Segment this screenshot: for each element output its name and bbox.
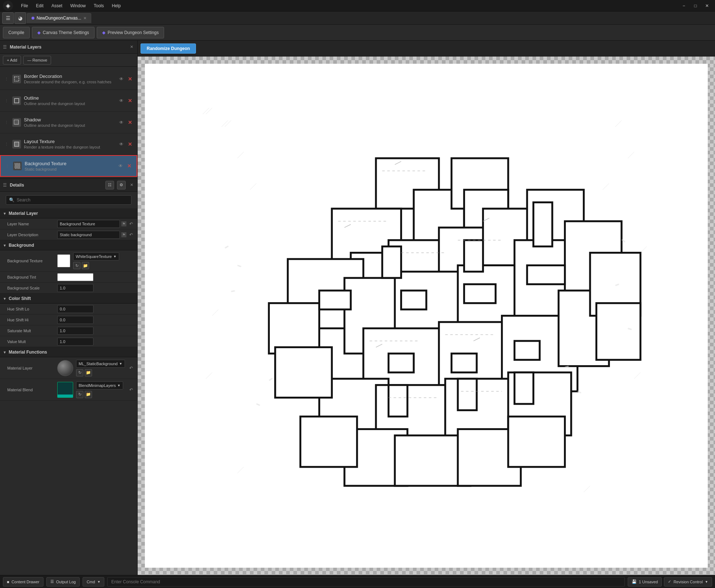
visibility-icon[interactable]: 👁 xyxy=(118,97,125,104)
texture-preview[interactable] xyxy=(57,254,70,267)
hue-shift-hi-input[interactable] xyxy=(57,316,93,324)
menu-file[interactable]: File xyxy=(17,2,32,10)
editor-tab[interactable]: NewDungeonCanvas... ✕ xyxy=(27,13,91,23)
delete-layer-icon[interactable]: ✕ xyxy=(126,141,134,148)
mat-blend-browse-btn[interactable]: 📁 xyxy=(85,391,92,398)
remove-layer-button[interactable]: — Remove xyxy=(23,56,51,64)
layer-desc: Outline around the dungeon layout xyxy=(24,101,115,106)
reset-icon[interactable]: ↶ xyxy=(128,221,134,227)
canvas-theme-button[interactable]: ◆ Canvas Theme Settings xyxy=(32,27,95,38)
collapse-icon: ▼ xyxy=(3,297,7,300)
svg-rect-66 xyxy=(464,240,483,272)
visibility-icon[interactable]: 👁 xyxy=(118,141,125,148)
toolbar-icon-2[interactable]: ◕ xyxy=(14,12,26,24)
section-material-functions[interactable]: ▼ Material Functions xyxy=(0,347,137,357)
menu-tools[interactable]: Tools xyxy=(90,2,108,10)
console-input[interactable] xyxy=(107,577,624,587)
main-layout: ☰ Material Layers ✕ + Add — Remove ⋮ xyxy=(0,41,715,575)
mat-blend-reset-icon[interactable]: ↶ xyxy=(128,387,134,393)
layer-desc-input[interactable] xyxy=(57,231,120,239)
layer-item-shadow[interactable]: ⋮ Shadow Outline around the dungeon layo… xyxy=(0,112,137,133)
prop-material-layer: Material Layer ML_StaticBackground ▼ ↻ 📁… xyxy=(0,357,137,379)
menu-window[interactable]: Window xyxy=(67,2,89,10)
layer-item-outline[interactable]: ⋮ Outline Outline around the dungeon lay… xyxy=(0,90,137,112)
layer-name-input[interactable] xyxy=(57,220,120,228)
section-background[interactable]: ▼ Background xyxy=(0,240,137,250)
layer-item-border-decoration[interactable]: ⋮ Border Decoration Decorate around the … xyxy=(0,68,137,90)
teal-bar xyxy=(58,395,73,397)
material-layers-close[interactable]: ✕ xyxy=(129,44,134,50)
output-log-icon: ☰ xyxy=(50,579,54,584)
visibility-icon[interactable]: 👁 xyxy=(117,162,124,170)
texture-reset-btn[interactable]: ↻ xyxy=(73,262,80,269)
color-swatch[interactable] xyxy=(57,273,93,281)
revision-control-button[interactable]: ✓ Revision Control ▼ xyxy=(664,577,712,587)
search-input[interactable] xyxy=(17,197,128,203)
output-log-label: Output Log xyxy=(56,580,76,584)
texture-browse-btn[interactable]: 📁 xyxy=(82,262,89,269)
bg-scale-input[interactable] xyxy=(57,284,93,292)
toolbar-icon-1[interactable]: ☰ xyxy=(2,12,14,24)
material-layer-preview[interactable] xyxy=(57,360,73,376)
maximize-button[interactable]: □ xyxy=(690,2,701,10)
details-settings-icon[interactable]: ⚙ xyxy=(117,181,126,189)
unsaved-badge[interactable]: 💾 1 Unsaved xyxy=(628,577,662,587)
selection-arrow-icon: ↓ xyxy=(137,137,137,151)
canvas-viewport[interactable] xyxy=(138,57,715,575)
delete-layer-icon[interactable]: ✕ xyxy=(126,75,134,83)
mat-blend-reset-btn[interactable]: ↻ xyxy=(76,391,83,398)
randomize-dungeon-button[interactable]: Randomize Dungeon xyxy=(141,43,196,54)
menu-help[interactable]: Help xyxy=(108,2,125,10)
visibility-icon[interactable]: 👁 xyxy=(118,119,125,126)
layer-actions: 👁 ✕ xyxy=(117,162,133,170)
reset-icon[interactable]: ↶ xyxy=(128,232,134,238)
svg-rect-53 xyxy=(269,303,319,354)
add-layer-button[interactable]: + Add xyxy=(3,56,21,64)
tab-close-icon[interactable]: ✕ xyxy=(83,16,87,21)
remove-label: — Remove xyxy=(27,58,47,62)
menu-edit[interactable]: Edit xyxy=(32,2,47,10)
layer-info: Layout Texture Render a texture inside t… xyxy=(24,139,115,149)
section-material-layer[interactable]: ▼ Material Layer xyxy=(0,208,137,218)
visibility-icon[interactable]: 👁 xyxy=(118,75,125,83)
layer-desc: Render a texture inside the dungeon layo… xyxy=(24,145,115,149)
layer-desc: Decorate around the dungoen, e.g. cross … xyxy=(24,80,115,84)
canvas-toolbar: Randomize Dungeon xyxy=(138,41,715,57)
prop-saturate-mult: Saturate Mult xyxy=(0,325,137,336)
svg-rect-0 xyxy=(14,77,19,81)
texture-dropdown[interactable]: WhiteSquareTexture ▼ xyxy=(73,253,119,260)
layer-item-layout-texture[interactable]: ⋮ Layout Texture Render a texture inside… xyxy=(0,133,137,155)
preview-dungeon-button[interactable]: ◆ Preview Dungeon Settings xyxy=(97,27,164,38)
minimize-button[interactable]: − xyxy=(679,2,689,10)
content-drawer-button[interactable]: ■ Content Drawer xyxy=(3,577,43,587)
prop-background-texture: Background Texture WhiteSquareTexture ▼ … xyxy=(0,250,137,272)
mat-layer-dropdown[interactable]: ML_StaticBackground ▼ xyxy=(76,360,125,368)
saturate-mult-input[interactable] xyxy=(57,327,93,335)
mat-layer-browse-btn[interactable]: 📁 xyxy=(85,369,92,376)
details-close[interactable]: ✕ xyxy=(129,182,134,188)
material-blend-preview[interactable] xyxy=(57,382,73,398)
delete-layer-icon[interactable]: ✕ xyxy=(126,97,134,104)
search-bar[interactable]: 🔍 xyxy=(6,195,131,205)
prop-background-scale: Background Scale xyxy=(0,283,137,293)
prop-label-bg-scale: Background Scale xyxy=(7,286,54,290)
mat-layer-reset-icon[interactable]: ↶ xyxy=(128,365,134,371)
layer-item-background-texture[interactable]: ⋮ Background Texture Static background 👁 xyxy=(0,155,137,177)
ue-logo[interactable]: ◈ xyxy=(3,1,13,11)
compile-button[interactable]: Compile xyxy=(3,27,30,38)
mat-layer-reset-btn[interactable]: ↻ xyxy=(76,369,83,376)
svg-rect-58 xyxy=(319,291,351,309)
mat-blend-dropdown[interactable]: BlendMinimapLayers ▼ xyxy=(76,381,123,389)
menu-asset[interactable]: Asset xyxy=(48,2,66,10)
section-color-shift[interactable]: ▼ Color Shift xyxy=(0,293,137,304)
output-log-button[interactable]: ☰ Output Log xyxy=(46,577,80,587)
details-grid-icon[interactable]: ☷ xyxy=(105,181,114,189)
status-bar: ■ Content Drawer ☰ Output Log Cmd ▼ 💾 1 … xyxy=(0,575,715,588)
hue-shift-lo-input[interactable] xyxy=(57,305,93,313)
value-mult-input[interactable] xyxy=(57,338,93,346)
mat-blend-details: BlendMinimapLayers ▼ ↻ 📁 xyxy=(76,381,125,398)
cmd-button[interactable]: Cmd ▼ xyxy=(83,577,104,587)
close-button[interactable]: ✕ xyxy=(702,2,712,10)
delete-layer-icon[interactable]: ✕ xyxy=(126,162,133,170)
delete-layer-icon[interactable]: ✕ xyxy=(126,119,134,126)
